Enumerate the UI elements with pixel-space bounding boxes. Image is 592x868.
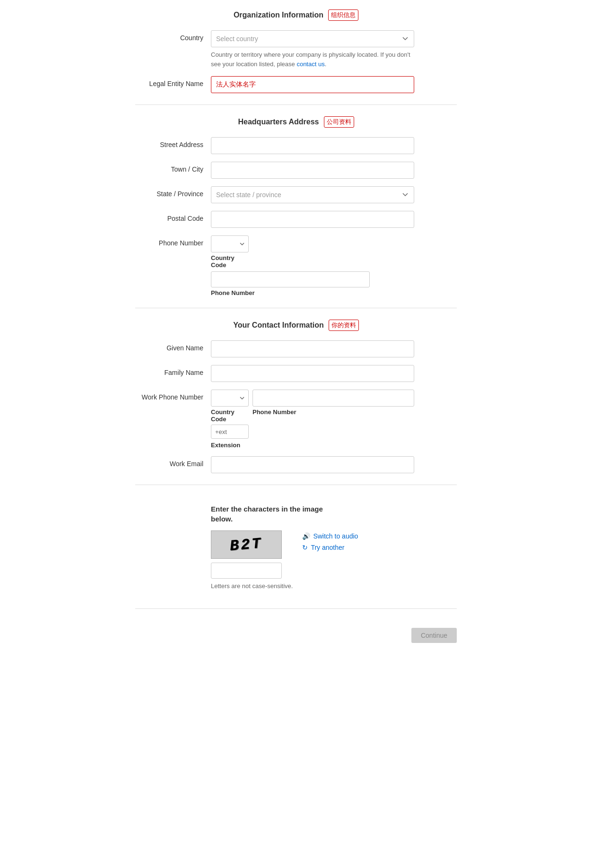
captcha-case-note: Letters are not case-sensitive. (211, 582, 293, 590)
ext-label: Extension (211, 442, 457, 449)
family-name-row: Family Name (135, 365, 457, 382)
town-city-input[interactable] (211, 162, 414, 179)
country-helper: Country or territory where your company … (211, 50, 414, 69)
work-country-code-sub-label: Country Code (211, 408, 249, 423)
state-province-select[interactable]: Select state / province (211, 186, 414, 203)
legal-entity-input[interactable] (211, 76, 414, 93)
given-name-input[interactable] (211, 340, 414, 357)
hq-country-code-sub-label: Country Code (211, 254, 249, 269)
divider-3 (135, 485, 457, 485)
hq-phone-sub-labels: Country Code (211, 254, 414, 269)
street-address-label: Street Address (135, 137, 211, 148)
country-select[interactable]: Select country (211, 30, 414, 47)
captcha-image: B2T (211, 530, 282, 559)
switch-to-audio-action[interactable]: 🔊 Switch to audio (302, 532, 358, 540)
work-phone-label: Work Phone Number (135, 390, 211, 401)
contact-info-chinese-badge: 你的资料 (329, 320, 359, 331)
contact-info-header: Your Contact Information 你的资料 (135, 320, 457, 331)
town-city-row: Town / City (135, 162, 457, 179)
state-province-control-wrap: Select state / province (211, 186, 457, 203)
work-email-row: Work Email (135, 456, 457, 473)
try-another-label: Try another (311, 544, 344, 551)
org-info-title: Organization Information (234, 11, 323, 19)
given-name-row: Given Name (135, 340, 457, 357)
work-phone-sub-labels: Country Code Phone Number (211, 408, 414, 423)
captcha-right: 🔊 Switch to audio ↻ Try another (302, 532, 358, 551)
legal-entity-row: Legal Entity Name (135, 76, 457, 93)
street-address-control-wrap (211, 137, 457, 154)
phone-row (211, 235, 414, 252)
postal-code-control-wrap (211, 211, 457, 228)
hq-phone-code-select[interactable] (211, 235, 249, 252)
hq-phone-number-sub-label: Phone Number (211, 289, 457, 296)
work-phone-row: Work Phone Number Country Code Phone Num… (135, 390, 457, 449)
captcha-content-wrap: Enter the characters in the image below.… (211, 504, 457, 590)
ext-input[interactable] (211, 425, 249, 439)
org-info-header: Organization Information 组织信息 (135, 9, 457, 21)
phone-number-control-wrap: Country Code Phone Number (211, 235, 457, 296)
work-phone-code-select[interactable] (211, 390, 249, 407)
divider-4 (135, 608, 457, 609)
family-name-control-wrap (211, 365, 457, 382)
continue-section: Continue (135, 620, 457, 643)
hq-phone-number-input[interactable] (211, 271, 370, 287)
switch-to-audio-label: Switch to audio (313, 532, 358, 540)
captcha-chars: B2T (229, 535, 264, 555)
state-province-label: State / Province (135, 186, 211, 198)
country-label: Country (135, 30, 211, 42)
hq-address-chinese-badge: 公司资料 (324, 116, 354, 128)
phone-number-row: Phone Number Country Code Phone Number (135, 235, 457, 296)
captcha-content: B2T Letters are not case-sensitive. 🔊 Sw… (211, 530, 457, 590)
family-name-label: Family Name (135, 365, 211, 376)
divider-1 (135, 104, 457, 105)
page-container: Organization Information 组织信息 Country Se… (126, 9, 466, 643)
try-another-action[interactable]: ↻ Try another (302, 544, 358, 551)
audio-icon: 🔊 (302, 532, 310, 540)
country-row: Country Select country Country or territ… (135, 30, 457, 69)
work-phone-number-sub-label: Phone Number (252, 408, 414, 423)
phone-number-label: Phone Number (135, 235, 211, 247)
contact-info-title: Your Contact Information (233, 321, 324, 330)
ext-wrap (211, 423, 457, 439)
legal-entity-label: Legal Entity Name (135, 76, 211, 87)
work-phone-inner-row (211, 390, 414, 407)
hq-address-title: Headquarters Address (238, 118, 319, 126)
postal-code-label: Postal Code (135, 211, 211, 222)
family-name-input[interactable] (211, 365, 414, 382)
hq-phone-number-wrap (211, 271, 457, 287)
street-address-input[interactable] (211, 137, 414, 154)
given-name-label: Given Name (135, 340, 211, 352)
org-info-chinese-badge: 组织信息 (328, 9, 358, 21)
postal-code-input[interactable] (211, 211, 414, 228)
street-address-row: Street Address (135, 137, 457, 154)
captcha-header: Enter the characters in the image below. (211, 504, 343, 524)
divider-2 (135, 308, 457, 308)
work-email-input[interactable] (211, 456, 414, 473)
captcha-left: B2T Letters are not case-sensitive. (211, 530, 293, 590)
legal-entity-control-wrap (211, 76, 457, 93)
hq-address-header: Headquarters Address 公司资料 (135, 116, 457, 128)
refresh-icon: ↻ (302, 544, 308, 551)
work-phone-number-input[interactable] (252, 390, 414, 407)
town-city-control-wrap (211, 162, 457, 179)
captcha-section: Enter the characters in the image below.… (135, 496, 457, 597)
work-email-label: Work Email (135, 456, 211, 468)
given-name-control-wrap (211, 340, 457, 357)
state-province-row: State / Province Select state / province (135, 186, 457, 203)
continue-button[interactable]: Continue (411, 628, 457, 643)
contact-us-link[interactable]: contact us (296, 61, 324, 68)
captcha-input[interactable] (211, 563, 282, 579)
work-phone-control-wrap: Country Code Phone Number Extension (211, 390, 457, 449)
country-control-wrap: Select country Country or territory wher… (211, 30, 457, 69)
town-city-label: Town / City (135, 162, 211, 173)
postal-code-row: Postal Code (135, 211, 457, 228)
work-email-control-wrap (211, 456, 457, 473)
